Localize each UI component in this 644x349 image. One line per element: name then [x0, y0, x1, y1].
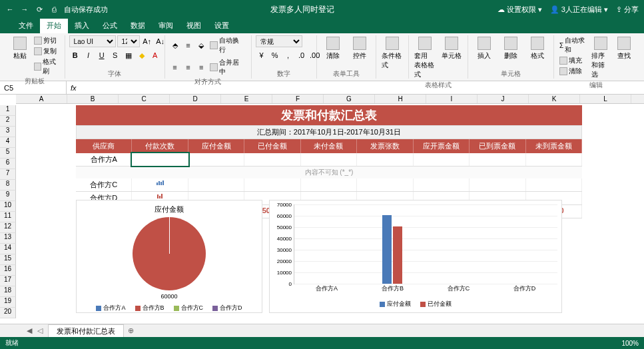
ribbon-tab-5[interactable]: 审阅	[152, 19, 180, 33]
find-button[interactable]: 查找	[614, 35, 635, 62]
cell[interactable]	[132, 153, 188, 166]
row-header[interactable]: 7	[0, 169, 16, 180]
col-header[interactable]: D	[170, 95, 221, 103]
row-header[interactable]: 3	[0, 127, 16, 137]
sort-filter-button[interactable]: 排序和筛选	[590, 35, 611, 81]
align-middle-icon[interactable]: ≡	[182, 39, 194, 51]
col-header[interactable]: J	[478, 95, 529, 103]
row-header[interactable]: 19	[0, 297, 16, 308]
pie-chart[interactable]: 应付金额 60000 合作方A合作方B合作方C合作方D	[76, 200, 262, 313]
ribbon-tab-2[interactable]: 插入	[68, 19, 96, 33]
table-row[interactable]: 合作方C	[76, 178, 582, 192]
currency-icon[interactable]: ¥	[256, 49, 268, 61]
col-header[interactable]: F	[272, 95, 324, 103]
italic-button[interactable]: I	[83, 49, 95, 61]
supplier-cell[interactable]: 合作方A	[76, 153, 132, 166]
col-header[interactable]: B	[67, 95, 119, 103]
clear2-button[interactable]: 清除	[558, 66, 588, 77]
row-header[interactable]: 4	[0, 137, 16, 148]
add-sheet-icon[interactable]: ⊕	[128, 326, 134, 335]
ribbon-tab-6[interactable]: 视图	[180, 19, 208, 33]
table-row[interactable]: 合作方A	[76, 153, 582, 167]
first-sheet-icon[interactable]: ◀	[27, 326, 32, 335]
col-header[interactable]: A	[16, 95, 67, 103]
prev-sheet-icon[interactable]: ◁	[37, 326, 43, 335]
percent-icon[interactable]: %	[269, 49, 281, 61]
row-header[interactable]: 20	[0, 308, 16, 318]
row-header[interactable]: 9	[0, 190, 16, 201]
bar-chart[interactable]: 010000200003000040000500006000070000 合作方…	[269, 200, 562, 313]
clear-button[interactable]: 清除	[321, 35, 345, 62]
border-button[interactable]: ▦	[123, 49, 135, 61]
inc-decimal-icon[interactable]: .0	[296, 49, 308, 61]
align-bottom-icon[interactable]: ⬙	[195, 39, 207, 51]
print-icon[interactable]: ⎙	[49, 5, 59, 14]
number-format-select[interactable]: 常规	[256, 35, 302, 47]
sheet-tab[interactable]: 发票和付款汇总表	[48, 324, 124, 338]
ribbon-tab-1[interactable]: 开始	[40, 19, 68, 33]
supplier-cell[interactable]: 合作方C	[76, 178, 132, 191]
insert-cell-button[interactable]: 插入	[472, 35, 496, 62]
cell[interactable]	[526, 153, 582, 166]
cell[interactable]	[188, 153, 244, 166]
name-box[interactable]: C5	[0, 81, 67, 94]
bold-button[interactable]: B	[69, 49, 81, 61]
row-header[interactable]: 5	[0, 148, 16, 159]
cell[interactable]	[188, 178, 244, 191]
strike-button[interactable]: S	[109, 49, 121, 61]
formatpainter-button[interactable]: 格式刷	[33, 57, 60, 77]
comma-icon[interactable]: ,	[282, 49, 294, 61]
cellstyle-button[interactable]: 单元格	[440, 35, 464, 62]
merge-button[interactable]: 合并居中	[208, 57, 246, 77]
wrap-text-button[interactable]: 自动换行	[208, 35, 246, 55]
align-right-icon[interactable]: ≡	[195, 61, 207, 73]
cell[interactable]	[357, 153, 413, 166]
col-header[interactable]: K	[529, 95, 580, 103]
align-center-icon[interactable]: ≡	[182, 61, 194, 73]
sparkline-cell[interactable]	[132, 178, 188, 191]
autosum-button[interactable]: Σ自动求和	[558, 35, 588, 55]
row-header[interactable]: 12	[0, 222, 16, 233]
row-header[interactable]: 6	[0, 159, 16, 169]
row-header[interactable]: 16	[0, 265, 16, 276]
cell[interactable]	[301, 153, 357, 166]
align-left-icon[interactable]: ≡	[169, 61, 181, 73]
row-header[interactable]: 14	[0, 244, 16, 254]
col-header[interactable]: H	[375, 95, 426, 103]
col-header[interactable]: C	[119, 95, 170, 103]
ribbon-tab-3[interactable]: 公式	[96, 19, 124, 33]
back-icon[interactable]: ←	[5, 5, 15, 14]
row-header[interactable]: 1	[0, 105, 16, 116]
row-header[interactable]: 17	[0, 276, 16, 286]
col-header[interactable]: E	[221, 95, 272, 103]
cell[interactable]	[470, 153, 525, 166]
condfmt-button[interactable]: 条件格式	[380, 35, 404, 71]
row-header[interactable]: 10	[0, 201, 16, 212]
formula-input[interactable]: fx	[67, 81, 644, 94]
row-header[interactable]: 11	[0, 212, 16, 222]
col-header[interactable]: I	[426, 95, 478, 103]
row-header[interactable]: 13	[0, 233, 16, 244]
delete-cell-button[interactable]: 删除	[499, 35, 523, 62]
increase-font-icon[interactable]: A↑	[141, 35, 153, 47]
editing-users[interactable]: 👤 3人正在编辑 ▾	[550, 5, 608, 15]
paste-button[interactable]: 粘贴	[9, 35, 30, 62]
share-button[interactable]: ⇪ 分享	[616, 5, 639, 15]
ribbon-tab-7[interactable]: 设置	[208, 19, 236, 33]
row-header[interactable]: 8	[0, 180, 16, 190]
col-header[interactable]: G	[324, 95, 375, 103]
underline-button[interactable]: U	[96, 49, 108, 61]
copy-button[interactable]: 复制	[33, 46, 60, 57]
row-header[interactable]: 15	[0, 254, 16, 265]
cell[interactable]	[414, 153, 470, 166]
fill-color-button[interactable]: ◆	[136, 49, 148, 61]
format-cell-button[interactable]: 格式	[525, 35, 549, 62]
apply-tablefmt-button[interactable]: 套用表格格式	[413, 35, 437, 81]
row-header[interactable]: 2	[0, 116, 16, 127]
permission-button[interactable]: ☁ 设置权限 ▾	[497, 5, 542, 15]
control-button[interactable]: 控件	[348, 35, 372, 62]
cut-button[interactable]: 剪切	[33, 35, 60, 46]
ribbon-tab-4[interactable]: 数据	[124, 19, 152, 33]
col-header[interactable]: L	[580, 95, 631, 103]
align-top-icon[interactable]: ⬘	[169, 39, 181, 51]
